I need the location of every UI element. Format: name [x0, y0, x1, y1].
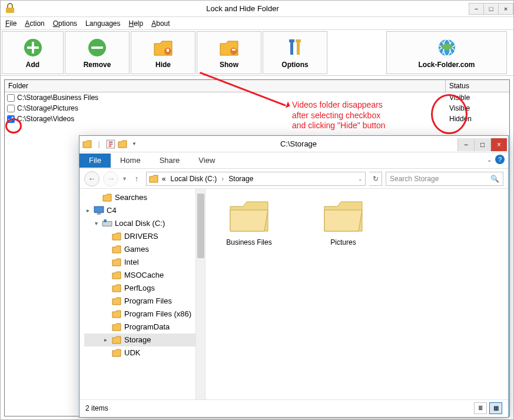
qat-sep: | — [94, 139, 104, 149]
menu-languages[interactable]: Languages — [85, 19, 120, 28]
folder-icon — [111, 284, 122, 293]
nav-pane: Searches ▸ C4 ▾ Local Disk (C:) DRIVERSG… — [79, 189, 205, 399]
up-button[interactable]: ↑ — [131, 173, 142, 185]
col-status[interactable]: Status — [446, 80, 509, 92]
annotation-text-explain: Videos folder disappears after selecting… — [292, 100, 386, 131]
search-icon: 🔍 — [490, 175, 499, 183]
computer-icon — [94, 206, 104, 215]
row-checkbox[interactable] — [7, 94, 15, 102]
menubar: File Action Options Languages Help About — [1, 17, 513, 30]
menu-action[interactable]: Action — [25, 19, 44, 28]
ribbon-tabs: File Home Share View ⌄ ? — [79, 152, 508, 169]
svg-rect-18 — [102, 222, 112, 226]
website-button[interactable]: Lock-Folder.com — [386, 31, 507, 74]
search-input[interactable]: Search Storage 🔍 — [386, 172, 503, 186]
tree-item[interactable]: Program Files — [84, 295, 205, 308]
window-title: Lock and Hide Folder — [16, 4, 469, 13]
explorer-close-button[interactable]: × — [490, 138, 507, 151]
titlebar: Lock and Hide Folder − □ × — [1, 1, 513, 17]
svg-rect-16 — [94, 206, 104, 212]
annotation-circle-checkbox — [5, 118, 22, 134]
search-folder-icon — [102, 193, 112, 202]
options-button[interactable]: Options — [263, 31, 327, 74]
folder-icon — [111, 245, 122, 254]
svg-rect-19 — [104, 219, 107, 222]
tree-item-searches[interactable]: Searches — [84, 191, 205, 204]
menu-help[interactable]: Help — [129, 19, 144, 28]
tree-item[interactable]: UDK — [84, 346, 205, 359]
folder-icon — [111, 335, 122, 345]
menu-file[interactable]: File — [5, 19, 16, 28]
tab-file[interactable]: File — [79, 154, 111, 168]
tab-share[interactable]: Share — [150, 154, 190, 167]
folder-icon — [111, 258, 122, 267]
show-button[interactable]: Show — [197, 31, 261, 74]
explorer-titlebar: | ▼ C:\Storage − □ × — [79, 136, 508, 152]
qat-dropdown-icon[interactable]: ▼ — [129, 139, 140, 149]
menu-about[interactable]: About — [151, 19, 170, 28]
chevron-right-icon[interactable]: › — [220, 175, 225, 183]
tab-view[interactable]: View — [189, 154, 224, 167]
refresh-button[interactable]: ↻ — [369, 172, 382, 186]
tree-item[interactable]: DRIVERS — [84, 230, 205, 243]
remove-button[interactable]: Remove — [65, 31, 130, 74]
folder-icon — [82, 139, 92, 149]
properties-icon[interactable] — [105, 139, 116, 149]
crumb-storage[interactable]: Storage — [227, 175, 254, 183]
tree-item[interactable]: MSOCache — [84, 269, 205, 282]
folder-icon — [111, 309, 122, 319]
back-button[interactable]: ← — [84, 171, 100, 186]
explorer-window: | ▼ C:\Storage − □ × File Home Share Vie… — [79, 135, 509, 418]
add-button[interactable]: Add — [2, 31, 64, 74]
drive-icon — [102, 219, 112, 228]
annotation-circle-status — [431, 94, 467, 134]
minimize-button[interactable]: − — [469, 3, 484, 15]
ribbon-expand-icon[interactable]: ⌄ — [487, 156, 492, 163]
icons-view-button[interactable]: ▦ — [489, 402, 502, 414]
folder-item[interactable]: Pictures — [314, 197, 373, 246]
row-checkbox[interactable] — [7, 105, 15, 112]
tree-item[interactable]: PerfLogs — [84, 282, 205, 295]
item-count: 2 items — [85, 404, 108, 412]
tree-item-computer[interactable]: ▸ C4 — [84, 204, 205, 217]
explorer-maximize-button[interactable]: □ — [474, 138, 490, 151]
details-view-button[interactable]: ≣ — [474, 402, 487, 414]
tree-item[interactable]: Games — [84, 243, 205, 256]
nav-row: ← → ▼ ↑ « Local Disk (C:) › Storage ⌄ ↻ … — [79, 169, 508, 189]
crumb-drive[interactable]: Local Disk (C:) — [170, 175, 218, 183]
svg-rect-0 — [6, 8, 14, 13]
svg-rect-9 — [290, 41, 293, 55]
address-dropdown-icon[interactable]: ⌄ — [358, 176, 363, 182]
svg-rect-7 — [167, 49, 169, 52]
hide-button[interactable]: Hide — [131, 31, 195, 74]
tab-home[interactable]: Home — [111, 154, 150, 167]
explorer-title: C:\Storage — [140, 139, 457, 148]
svg-rect-17 — [97, 214, 101, 215]
tree-item[interactable]: Intel — [84, 256, 205, 269]
tree-item[interactable]: ▸Storage — [84, 334, 205, 346]
new-folder-icon[interactable] — [117, 139, 128, 149]
menu-options[interactable]: Options — [53, 19, 77, 28]
tree-item[interactable]: ProgramData — [84, 321, 205, 334]
folder-item[interactable]: Business Files — [220, 197, 278, 246]
scrollbar-thumb[interactable] — [197, 194, 204, 258]
svg-rect-11 — [289, 39, 294, 42]
folder-icon — [111, 348, 122, 358]
tree-item-drive[interactable]: ▾ Local Disk (C:) — [84, 217, 205, 230]
folder-icon — [111, 296, 122, 306]
folder-icon — [111, 271, 122, 280]
content-pane[interactable]: Business Files Pictures — [205, 189, 508, 399]
forward-button[interactable]: → — [103, 171, 118, 186]
maximize-button[interactable]: □ — [483, 3, 499, 15]
tree-item[interactable]: Program Files (x86) — [84, 308, 205, 321]
close-button[interactable]: × — [498, 3, 513, 15]
explorer-minimize-button[interactable]: − — [457, 138, 474, 151]
folder-icon — [149, 175, 158, 183]
scrollbar[interactable] — [195, 189, 205, 399]
address-bar[interactable]: « Local Disk (C:) › Storage ⌄ — [146, 172, 366, 186]
svg-rect-3 — [27, 46, 39, 49]
help-icon[interactable]: ? — [495, 155, 505, 164]
svg-point-8 — [230, 48, 237, 55]
history-dropdown-icon[interactable]: ▼ — [122, 176, 127, 182]
toolbar: Add Remove Hide Show Options Lock-Folder… — [1, 30, 513, 76]
